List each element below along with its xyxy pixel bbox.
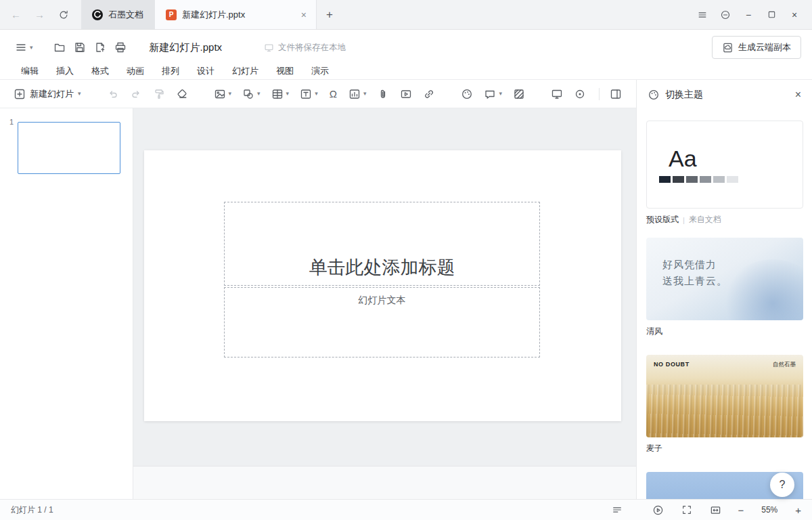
back-icon[interactable]: ← bbox=[11, 9, 21, 20]
preset-label-sub: 来自文档 bbox=[689, 214, 721, 225]
circle-minus-icon[interactable] bbox=[717, 7, 734, 23]
save-status: 文件将保存在本地 bbox=[264, 42, 346, 53]
speaker-notes-icon[interactable] bbox=[610, 503, 624, 517]
format-painter-icon[interactable] bbox=[149, 85, 169, 104]
present-play-icon[interactable] bbox=[651, 503, 665, 517]
hamburger-icon bbox=[15, 41, 27, 53]
insert-image-icon[interactable]: ▾ bbox=[210, 85, 236, 104]
tabbar-spacer bbox=[342, 0, 694, 29]
insert-textbox-icon[interactable]: ▾ bbox=[296, 85, 322, 104]
theme-icon[interactable] bbox=[457, 85, 477, 104]
theme-card-preset[interactable]: Aa 预设版式 | 来自文档 bbox=[646, 121, 803, 238]
theme-card-wheat[interactable]: NO DOUBT 自然石墨 麦子 bbox=[646, 355, 803, 472]
app-menu-button[interactable]: ▾ bbox=[11, 38, 37, 57]
slide-page[interactable]: 单击此处添加标题 幻灯片文本 bbox=[144, 150, 621, 421]
zoom-in-button[interactable]: + bbox=[795, 504, 801, 516]
color-swatch bbox=[673, 176, 684, 183]
laser-pointer-icon[interactable] bbox=[570, 85, 590, 104]
title-placeholder[interactable]: 单击此处添加标题 bbox=[224, 202, 540, 286]
statusbar-right: − 55% + bbox=[610, 503, 801, 517]
notes-strip[interactable] bbox=[133, 466, 636, 499]
tab-home[interactable]: 石墨文档 bbox=[81, 0, 154, 29]
palette-icon bbox=[648, 89, 660, 101]
body-placeholder[interactable]: 幻灯片文本 bbox=[224, 287, 540, 358]
insert-table-icon[interactable]: ▾ bbox=[267, 85, 294, 104]
document-title: 新建幻灯片.pptx bbox=[150, 41, 223, 54]
menu-animation[interactable]: 动画 bbox=[127, 65, 144, 77]
menu-format[interactable]: 格式 bbox=[91, 65, 109, 77]
new-tab-button[interactable]: + bbox=[317, 0, 342, 29]
chevron-down-icon: ▾ bbox=[286, 91, 290, 97]
insert-group: ▾ ▾ ▾ ▾ Ω ▾ bbox=[210, 85, 440, 104]
menu-view[interactable]: 视图 bbox=[276, 65, 294, 77]
close-window-icon[interactable]: × bbox=[786, 7, 803, 23]
tab-document[interactable]: P 新建幻灯片.pptx × bbox=[154, 0, 317, 29]
theme-card-breeze[interactable]: 好风凭借力 送我上青云。 清风 bbox=[646, 238, 803, 355]
fit-window-icon[interactable] bbox=[708, 503, 723, 517]
new-slide-button[interactable]: 新建幻灯片 ▾ bbox=[9, 85, 85, 104]
wheat-label: 麦子 bbox=[646, 443, 662, 454]
menu-edit[interactable]: 编辑 bbox=[21, 65, 39, 77]
breeze-line1: 好风凭借力 bbox=[662, 257, 727, 273]
thumbnail-row: 1 bbox=[0, 108, 133, 174]
chevron-down-icon: ▾ bbox=[30, 45, 33, 51]
help-button[interactable]: ? bbox=[770, 473, 794, 497]
cloud-copy-button[interactable]: 生成云端副本 bbox=[712, 36, 801, 59]
eraser-icon[interactable] bbox=[172, 85, 192, 104]
zoom-level[interactable]: 55% bbox=[759, 505, 780, 515]
wheat-badge-right: 自然石墨 bbox=[773, 361, 796, 369]
main-toolbar: ▾ 新建幻灯片.pptx 文件将保存在本地 生成云端副本 bbox=[0, 30, 812, 65]
undo-icon[interactable] bbox=[103, 85, 123, 104]
save-status-text: 文件将保存在本地 bbox=[278, 42, 346, 53]
color-swatch bbox=[727, 176, 738, 183]
help-icon: ? bbox=[780, 479, 786, 491]
minimize-icon[interactable]: − bbox=[740, 7, 757, 23]
insert-video-icon[interactable] bbox=[396, 85, 416, 104]
background-icon[interactable] bbox=[509, 85, 529, 104]
insert-shape-icon[interactable]: ▾ bbox=[238, 85, 265, 104]
insert-link-icon[interactable] bbox=[419, 85, 439, 104]
fullscreen-icon[interactable] bbox=[680, 503, 694, 517]
divider bbox=[599, 88, 600, 100]
attachment-icon[interactable] bbox=[373, 85, 393, 104]
local-device-icon bbox=[264, 43, 274, 53]
insert-symbol-icon[interactable]: Ω bbox=[325, 85, 342, 102]
layout-panel-icon[interactable] bbox=[606, 85, 626, 104]
slide-thumbnail[interactable] bbox=[18, 122, 120, 174]
panel-close-icon[interactable]: × bbox=[795, 89, 801, 101]
print-icon[interactable] bbox=[110, 38, 131, 57]
forward-icon[interactable]: → bbox=[35, 9, 45, 20]
breeze-preview-text: 好风凭借力 送我上青云。 bbox=[662, 257, 727, 289]
open-folder-icon[interactable] bbox=[49, 38, 70, 57]
refresh-icon[interactable] bbox=[58, 9, 69, 20]
editor-canvas[interactable]: 单击此处添加标题 幻灯片文本 bbox=[133, 108, 636, 499]
menu-present[interactable]: 演示 bbox=[311, 65, 329, 77]
save-icon[interactable] bbox=[70, 38, 90, 57]
breeze-card-label: 清风 bbox=[646, 326, 803, 337]
redo-icon[interactable] bbox=[126, 85, 146, 104]
maximize-icon[interactable] bbox=[763, 7, 780, 23]
zoom-out-button[interactable]: − bbox=[738, 504, 744, 516]
color-swatch bbox=[713, 176, 725, 183]
insert-chart-icon[interactable]: ▾ bbox=[344, 85, 371, 104]
menu-arrange[interactable]: 排列 bbox=[162, 65, 179, 77]
list-icon[interactable] bbox=[694, 7, 710, 23]
menu-insert[interactable]: 插入 bbox=[56, 65, 74, 77]
label-separator: | bbox=[683, 216, 685, 224]
theme-panel: 切换主题 × Aa bbox=[636, 80, 812, 499]
presenter-view-icon[interactable] bbox=[547, 85, 567, 104]
ppt-file-icon: P bbox=[166, 9, 177, 20]
theme-panel-title: 切换主题 bbox=[665, 89, 703, 101]
shimo-logo-icon bbox=[92, 9, 103, 20]
comment-icon[interactable]: ▾ bbox=[480, 85, 506, 104]
plus-square-icon bbox=[14, 88, 26, 100]
preset-preview: Aa bbox=[646, 121, 803, 209]
chevron-down-icon: ▾ bbox=[229, 91, 232, 97]
menu-slide[interactable]: 幻灯片 bbox=[232, 65, 258, 77]
export-icon[interactable] bbox=[90, 38, 110, 57]
color-swatch bbox=[659, 176, 671, 183]
body-placeholder-text: 幻灯片文本 bbox=[359, 295, 406, 307]
tab-close-icon[interactable]: × bbox=[300, 9, 308, 20]
menu-design[interactable]: 设计 bbox=[197, 65, 215, 77]
preset-preview-text: Aa bbox=[669, 146, 697, 171]
